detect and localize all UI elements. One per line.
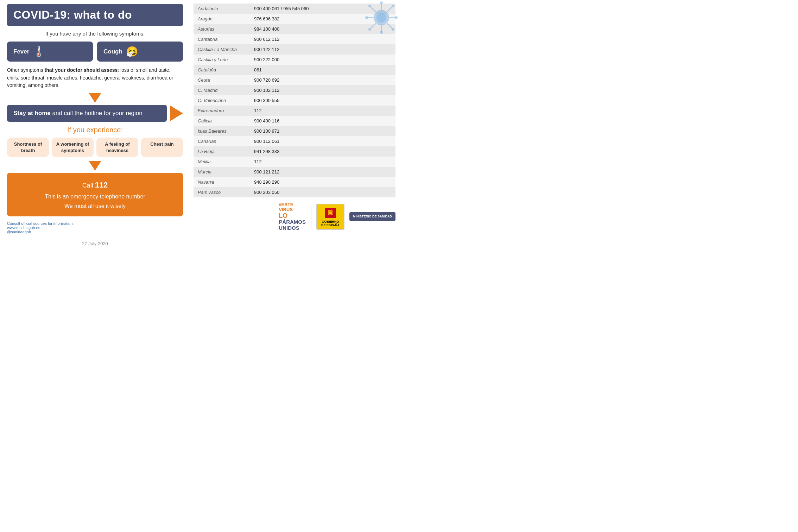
svg-point-1 xyxy=(376,13,386,23)
exp-label-2: A feeling of heaviness xyxy=(105,141,129,153)
right-arrow-icon xyxy=(170,106,183,121)
arrow-down-1 xyxy=(7,93,183,103)
table-row: La Rioja941 298 333 xyxy=(194,146,395,157)
fever-icon: 🌡️ xyxy=(33,46,45,57)
down-arrow-icon-2 xyxy=(89,161,101,171)
este-line: #ESTE xyxy=(279,202,293,207)
call-line2: This is an emergency telephone number xyxy=(11,192,179,201)
arrow-down-2 xyxy=(7,161,183,171)
svg-point-13 xyxy=(392,5,394,7)
svg-line-14 xyxy=(371,23,376,28)
region-name: Castilla y León xyxy=(194,55,250,65)
region-phone: 112 xyxy=(250,157,395,167)
region-phone: 900 300 555 xyxy=(250,95,395,106)
svg-line-12 xyxy=(387,7,392,12)
table-row: Extremadura112 xyxy=(194,106,395,116)
other-symptoms-prefix: Other symptoms xyxy=(7,67,45,73)
down-arrow-icon-1 xyxy=(89,93,101,103)
table-row: Galicia900 400 116 xyxy=(194,116,395,126)
svg-point-15 xyxy=(368,28,371,31)
region-name: C. Madrid xyxy=(194,85,250,95)
region-name: Galicia xyxy=(194,116,250,126)
svg-point-17 xyxy=(392,28,394,31)
table-row: Cantabria900 612 112 xyxy=(194,34,395,44)
region-name: Castilla-La Mancha xyxy=(194,44,250,55)
table-row: Melilla112 xyxy=(194,157,395,167)
footer-left: Consult official sources for information… xyxy=(7,221,183,234)
cough-icon: 🤧 xyxy=(126,46,138,57)
table-row: País Vasco900 203 050 xyxy=(194,187,395,197)
exp-card-heaviness: A feeling of heaviness xyxy=(96,138,138,157)
exp-card-worsening: A worsening of symptoms xyxy=(52,138,94,157)
table-row: C. Madrid900 102 112 xyxy=(194,85,395,95)
region-phone: 900 400 116 xyxy=(250,116,395,126)
svg-line-16 xyxy=(387,23,392,28)
region-phone: 061 xyxy=(250,65,395,75)
region-name: Murcia xyxy=(194,167,250,177)
svg-point-7 xyxy=(365,16,368,19)
spain-shield-icon xyxy=(324,207,337,219)
if-experience-label: If you experience: xyxy=(7,126,183,134)
region-name: C. Valenciana xyxy=(194,95,250,106)
footer-social: @sanidadgob xyxy=(7,230,183,234)
cough-label: Cough xyxy=(103,48,122,55)
lo-line: LO xyxy=(279,212,287,219)
paramos-line: PÁRAMOS xyxy=(279,219,306,225)
table-row: Ceuta900 720 692 xyxy=(194,75,395,85)
exp-label-0: Shortness of breath xyxy=(14,141,42,153)
region-name: Navarra xyxy=(194,177,250,187)
region-name: Asturias xyxy=(194,24,250,34)
stay-home-bold: Stay at home xyxy=(13,110,51,116)
svg-rect-20 xyxy=(325,208,328,218)
svg-rect-21 xyxy=(332,208,336,218)
call-number-line: Call 112 xyxy=(11,178,179,191)
experience-cards: Shortness of breath A worsening of sympt… xyxy=(7,138,183,157)
region-phone: 112 xyxy=(250,106,395,116)
region-phone: 900 112 061 xyxy=(250,136,395,146)
svg-line-10 xyxy=(371,7,376,12)
region-name: Cantabria xyxy=(194,34,250,44)
region-phone: 900 121 212 xyxy=(250,167,395,177)
footer-right: #ESTE VIRUS LO PÁRAMOS UNIDOS GOBIERNODE… xyxy=(194,202,395,231)
call-text: Call xyxy=(82,182,95,189)
exp-label-1: A worsening of symptoms xyxy=(56,141,89,153)
region-phone: 900 122 112 xyxy=(250,44,395,55)
region-phone: 948 290 290 xyxy=(250,177,395,187)
table-row: Castilla y León900 222 000 xyxy=(194,55,395,65)
ministerio-text: MINISTERIO DE SANIDAD xyxy=(353,215,392,218)
other-symptoms-text: Other symptoms that your doctor should a… xyxy=(7,66,183,89)
virus-line: VIRUS xyxy=(279,207,293,212)
other-symptoms-bold: that your doctor should assess xyxy=(45,67,118,73)
region-name: Canarias xyxy=(194,136,250,146)
virus-decoration xyxy=(364,0,399,35)
symptom-cards: Fever 🌡️ Cough 🤧 xyxy=(7,42,183,62)
table-row: C. Valenciana900 300 555 xyxy=(194,95,395,106)
call-112-box: Call 112 This is an emergency telephone … xyxy=(7,173,183,216)
gobierno-text: GOBIERNODE ESPAÑA xyxy=(321,220,340,227)
unidos-line: UNIDOS xyxy=(279,225,299,231)
stay-home-box: Stay at home and call the hotline for yo… xyxy=(7,105,167,122)
stay-home-rest: and call the hotline for your region xyxy=(51,110,142,116)
region-phone: 941 298 333 xyxy=(250,146,395,157)
region-name: Extremadura xyxy=(194,106,250,116)
call-number: 112 xyxy=(95,180,108,189)
table-row: Castilla-La Mancha900 122 112 xyxy=(194,44,395,55)
main-title: COVID-19: what to do xyxy=(13,8,177,21)
region-name: País Vasco xyxy=(194,187,250,197)
svg-point-9 xyxy=(395,16,398,19)
region-name: Islas Baleares xyxy=(194,126,250,136)
call-line3: We must all use it wisely xyxy=(11,201,179,211)
svg-point-5 xyxy=(380,31,383,34)
fever-label: Fever xyxy=(13,48,29,55)
region-phone: 900 102 112 xyxy=(250,85,395,95)
table-row: Islas Baleares900 100 971 xyxy=(194,126,395,136)
title-box: COVID-19: what to do xyxy=(7,4,183,26)
table-row: Cataluña061 xyxy=(194,65,395,75)
gobierno-logo: GOBIERNODE ESPAÑA xyxy=(316,204,344,230)
region-name: Aragón xyxy=(194,14,250,24)
region-phone: 900 222 000 xyxy=(250,55,395,65)
exp-card-shortness: Shortness of breath xyxy=(7,138,49,157)
table-row: Navarra948 290 290 xyxy=(194,177,395,187)
region-name: La Rioja xyxy=(194,146,250,157)
ministerio-box: MINISTERIO DE SANIDAD xyxy=(349,212,395,221)
